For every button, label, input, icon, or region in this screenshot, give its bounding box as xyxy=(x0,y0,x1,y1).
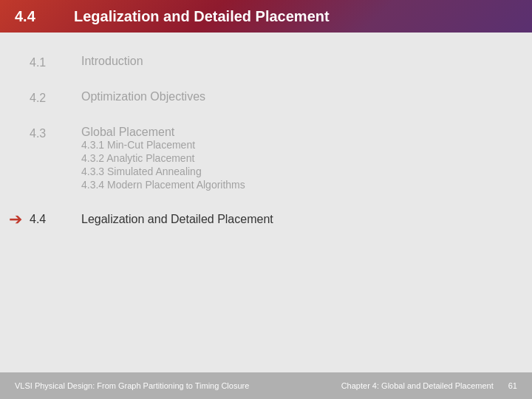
toc-sub-item-4-3-4: 4.3.4 Modern Placement Algorithms xyxy=(81,179,245,191)
toc-item-4-3: 4.3 Global Placement 4.3.1 Min-Cut Place… xyxy=(30,126,502,192)
toc-sub-4-3: Global Placement 4.3.1 Min-Cut Placement… xyxy=(81,126,245,192)
footer-right: Chapter 4: Global and Detailed Placement… xyxy=(341,381,517,390)
footer-left-text: VLSI Physical Design: From Graph Partiti… xyxy=(15,381,249,390)
toc-label-4-1: Introduction xyxy=(81,55,143,68)
footer-chapter-text: Chapter 4: Global and Detailed Placement xyxy=(341,381,494,390)
toc-item-4-1: 4.1 Introduction xyxy=(30,55,502,69)
footer-page-num: 61 xyxy=(508,381,517,390)
footer-bar: VLSI Physical Design: From Graph Partiti… xyxy=(0,372,532,399)
toc-sub-item-4-3-3: 4.3.3 Simulated Annealing xyxy=(81,166,245,177)
toc-item-4-2: 4.2 Optimization Objectives xyxy=(30,90,502,105)
toc-label-4-4: Legalization and Detailed Placement xyxy=(81,213,273,226)
toc-label-4-3: Global Placement xyxy=(81,126,245,139)
header-title: Legalization and Detailed Placement xyxy=(74,8,330,25)
content-area: 4.1 Introduction 4.2 Optimization Object… xyxy=(0,33,532,372)
toc-label-4-2: Optimization Objectives xyxy=(81,90,205,103)
toc-sub-item-4-3-2: 4.3.2 Analytic Placement xyxy=(81,152,245,164)
header-bar: 4.4 Legalization and Detailed Placement xyxy=(0,0,532,33)
toc-sub-item-4-3-1: 4.3.1 Min-Cut Placement xyxy=(81,139,245,151)
toc-num-4-2: 4.2 xyxy=(30,90,81,105)
toc-item-4-4-active: ➔ 4.4 Legalization and Detailed Placemen… xyxy=(30,213,502,226)
toc-num-4-4: 4.4 xyxy=(30,213,81,226)
toc-num-4-3: 4.3 xyxy=(30,126,81,140)
arrow-icon: ➔ xyxy=(9,211,22,228)
toc-num-4-1: 4.1 xyxy=(30,55,81,69)
header-section-num: 4.4 xyxy=(15,8,52,25)
